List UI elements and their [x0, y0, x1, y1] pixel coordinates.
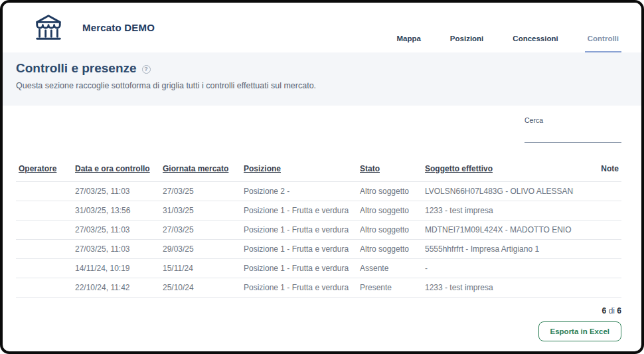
table-cell: 31/03/25	[160, 201, 241, 221]
main-nav: Mappa Posizioni Concessioni Controlli	[370, 35, 621, 52]
table-cell: Altro soggetto	[357, 240, 422, 259]
table-cell: 1233 - test impresa	[422, 201, 574, 221]
table-cell: 15/11/24	[160, 259, 241, 278]
table-cell: Altro soggetto	[357, 201, 422, 221]
controls-table: Operatore Data e ora controllo Giornata …	[16, 161, 621, 298]
brand: Mercato DEMO	[33, 3, 155, 52]
column-header-data-ora-controllo[interactable]: Data e ora controllo	[72, 161, 160, 182]
table-cell: Posizione 2 -	[241, 182, 357, 201]
search-field: Cerca	[524, 116, 621, 143]
table-cell: LVOLSN66H07L483G - OLIVO ALESSANDRO	[422, 182, 574, 201]
table-cell: Posizione 1 - Frutta e verdura	[241, 201, 357, 221]
column-header-operatore[interactable]: Operatore	[16, 161, 72, 182]
table-cell: 27/03/25, 11:03	[72, 240, 160, 259]
table-cell: Altro soggetto	[357, 182, 422, 201]
page-description: Questa sezione raccoglie sottoforma di g…	[16, 81, 628, 90]
table-cell	[574, 182, 621, 201]
table-cell: 5555hhfrfrt - Impresa Artigiano 1	[422, 240, 574, 259]
pagination-total: 6	[617, 306, 621, 315]
table-cell: Presente	[357, 278, 422, 298]
page-title: Controlli e presenze	[16, 61, 137, 76]
tab-controlli[interactable]: Controlli	[585, 35, 621, 52]
table-cell: -	[422, 259, 574, 278]
table-cell	[16, 240, 72, 259]
column-header-stato[interactable]: Stato	[357, 161, 422, 182]
table-row[interactable]: 27/03/25, 11:0327/03/25Posizione 2 -Altr…	[16, 182, 621, 201]
main-content: Cerca Operatore Data e ora controllo Gio…	[3, 116, 641, 341]
column-header-posizione[interactable]: Posizione	[241, 161, 357, 182]
pagination: 6 di 6	[16, 306, 621, 315]
column-header-note: Note	[574, 161, 621, 182]
table-cell: 27/03/25	[160, 182, 241, 201]
table-cell	[16, 221, 72, 240]
table-cell: Assente	[357, 259, 422, 278]
table-cell: Posizione 1 - Frutta e verdura	[241, 259, 357, 278]
table-cell: 25/10/24	[160, 278, 241, 298]
table-cell	[574, 278, 621, 298]
tab-posizioni[interactable]: Posizioni	[447, 35, 486, 52]
table-cell: 27/03/25	[160, 221, 241, 240]
pagination-separator: di	[609, 306, 615, 315]
pagination-count: 6	[602, 306, 607, 315]
tab-mappa[interactable]: Mappa	[394, 35, 423, 52]
table-row[interactable]: 27/03/25, 11:0329/03/25Posizione 1 - Fru…	[16, 240, 621, 259]
table-cell: 31/03/25, 13:56	[72, 201, 160, 221]
table-cell: Posizione 1 - Frutta e verdura	[241, 278, 357, 298]
search-label: Cerca	[524, 116, 621, 124]
table-cell: 1233 - test impresa	[422, 278, 574, 298]
table-body: 27/03/25, 11:0327/03/25Posizione 2 -Altr…	[16, 182, 621, 298]
table-cell: MDTNEI71M09L424X - MADOTTO ENIO	[422, 221, 574, 240]
table-cell	[16, 201, 72, 221]
table-cell	[16, 182, 72, 201]
market-stall-logo-icon	[33, 13, 64, 43]
table-cell	[574, 240, 621, 259]
table-row[interactable]: 31/03/25, 13:5631/03/25Posizione 1 - Fru…	[16, 201, 621, 221]
export-excel-button[interactable]: Esporta in Excel	[538, 321, 621, 341]
app-header: Mercato DEMO Mappa Posizioni Concessioni…	[3, 3, 641, 52]
app-window: Mercato DEMO Mappa Posizioni Concessioni…	[0, 0, 644, 354]
search-input[interactable]	[524, 126, 621, 143]
table-header: Operatore Data e ora controllo Giornata …	[16, 161, 621, 182]
table-cell	[574, 201, 621, 221]
table-cell: Posizione 1 - Frutta e verdura	[241, 240, 357, 259]
table-cell	[574, 221, 621, 240]
table-cell	[16, 259, 72, 278]
column-header-soggetto-effettivo[interactable]: Soggetto effettivo	[422, 161, 574, 182]
export-row: Esporta in Excel	[16, 321, 621, 341]
table-cell	[16, 278, 72, 298]
table-cell: 22/10/24, 11:42	[72, 278, 160, 298]
table-row[interactable]: 22/10/24, 11:4225/10/24Posizione 1 - Fru…	[16, 278, 621, 298]
table-cell: 14/11/24, 10:19	[72, 259, 160, 278]
table-row[interactable]: 27/03/25, 11:0327/03/25Posizione 1 - Fru…	[16, 221, 621, 240]
table-cell: 29/03/25	[160, 240, 241, 259]
column-header-giornata-mercato[interactable]: Giornata mercato	[160, 161, 241, 182]
app-title: Mercato DEMO	[82, 22, 155, 33]
table-cell	[574, 259, 621, 278]
table-cell: 27/03/25, 11:03	[72, 221, 160, 240]
table-cell: 27/03/25, 11:03	[72, 182, 160, 201]
tab-concessioni[interactable]: Concessioni	[510, 35, 560, 52]
help-icon[interactable]: ?	[142, 65, 151, 74]
table-cell: Altro soggetto	[357, 221, 422, 240]
table-cell: Posizione 1 - Frutta e verdura	[241, 221, 357, 240]
table-row[interactable]: 14/11/24, 10:1915/11/24Posizione 1 - Fru…	[16, 259, 621, 278]
page-header: Controlli e presenze ? Questa sezione ra…	[3, 52, 641, 106]
